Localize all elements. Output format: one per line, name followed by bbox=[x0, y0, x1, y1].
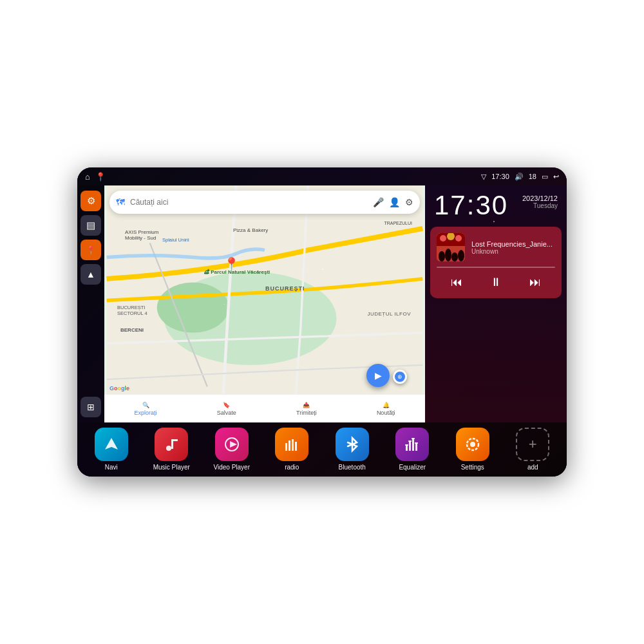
video-player-label: Video Player bbox=[213, 464, 250, 471]
album-art-svg bbox=[437, 233, 465, 261]
radio-icon bbox=[275, 428, 308, 461]
battery-icon: ▭ bbox=[542, 173, 548, 181]
explore-label: Explorați bbox=[135, 410, 157, 416]
svg-point-2 bbox=[157, 283, 229, 333]
map-label-trap: TRAPEZULUI bbox=[384, 221, 412, 225]
map-nav-news[interactable]: 🔔 Noutăți bbox=[377, 402, 395, 416]
map-label-ilfov: JUDEȚUL ILFOV bbox=[367, 311, 411, 317]
screen: ⌂ 📍 ▽ 17:30 🔊 18 ▭ ↩ ⚙ ▤ bbox=[77, 167, 567, 477]
add-label: add bbox=[527, 464, 538, 471]
clock-widget: 17:30 2023/12/12 Tuesday bbox=[425, 185, 567, 224]
svg-rect-24 bbox=[412, 439, 414, 451]
svg-point-8 bbox=[458, 250, 464, 261]
svg-rect-26 bbox=[405, 444, 408, 446]
app-add[interactable]: + add bbox=[511, 428, 554, 471]
map-label-pizza: Pizza & Bakery bbox=[233, 227, 268, 233]
music-title: Lost Frequencies_Janie... bbox=[471, 240, 555, 248]
volume-icon: 🔊 bbox=[515, 173, 524, 181]
explore-icon: 🔍 bbox=[142, 402, 149, 408]
back-icon[interactable]: ↩ bbox=[553, 173, 559, 181]
apps-sidebar-btn[interactable]: ⊞ bbox=[80, 397, 101, 417]
add-icon: + bbox=[516, 428, 549, 461]
start-nav-btn[interactable]: ▶ bbox=[366, 364, 390, 387]
right-panel: 17:30 2023/12/12 Tuesday bbox=[425, 185, 567, 422]
settings-icon-svg bbox=[464, 435, 482, 453]
app-video-player[interactable]: Video Player bbox=[210, 428, 254, 471]
svg-point-30 bbox=[470, 442, 475, 447]
svg-point-6 bbox=[445, 249, 451, 261]
music-icon-svg bbox=[162, 435, 180, 453]
svg-rect-21 bbox=[295, 442, 297, 451]
equalizer-label: Equalizer bbox=[399, 464, 426, 471]
maps-sidebar-btn[interactable]: 📍 bbox=[80, 240, 101, 260]
map-nav-share[interactable]: 📤 Trimiteți bbox=[296, 402, 317, 416]
next-button[interactable]: ⏭ bbox=[524, 273, 546, 292]
svg-rect-29 bbox=[415, 442, 418, 444]
my-location-btn[interactable]: ⊕ bbox=[393, 370, 407, 384]
music-details: Lost Frequencies_Janie... Unknown bbox=[471, 240, 555, 255]
files-sidebar-btn[interactable]: ▤ bbox=[80, 215, 101, 236]
google-maps-icon: 🗺 bbox=[116, 197, 125, 207]
navigate-sidebar-btn[interactable]: ▲ bbox=[80, 264, 101, 285]
map-container[interactable]: AXIS PremiumMobility - Sud Pizza & Baker… bbox=[104, 185, 425, 422]
map-nav-explore[interactable]: 🔍 Explorați bbox=[135, 402, 157, 416]
map-search-bar[interactable]: 🗺 🎤 👤 ⚙ bbox=[109, 191, 420, 214]
music-player-label: Music Player bbox=[153, 464, 190, 471]
wifi-icon: ▽ bbox=[481, 173, 486, 181]
status-time: 17:30 bbox=[491, 173, 509, 180]
center-map-area: AXIS PremiumMobility - Sud Pizza & Baker… bbox=[104, 185, 425, 422]
menu-icon[interactable]: ⚙ bbox=[405, 197, 413, 207]
settings-icon: ⚙ bbox=[87, 195, 95, 207]
music-info: Lost Frequencies_Janie... Unknown bbox=[437, 233, 555, 261]
app-music-player[interactable]: Music Player bbox=[149, 428, 193, 471]
music-progress-bar[interactable] bbox=[437, 267, 555, 268]
svg-rect-15 bbox=[171, 439, 178, 441]
files-icon: ▤ bbox=[86, 220, 95, 231]
app-radio[interactable]: radio bbox=[270, 428, 314, 471]
battery-level: 18 bbox=[529, 173, 536, 180]
map-label-buc: BUCUREȘTI bbox=[265, 285, 305, 292]
google-logo: Google bbox=[109, 385, 129, 392]
clock-time: 17:30 bbox=[434, 192, 508, 219]
status-right-icons: ▽ 17:30 🔊 18 ▭ ↩ bbox=[481, 173, 559, 181]
music-player-icon bbox=[155, 428, 188, 461]
left-sidebar: ⚙ ▤ 📍 ▲ ⊞ bbox=[77, 185, 104, 422]
pause-button[interactable]: ⏸ bbox=[485, 273, 507, 292]
music-widget: Lost Frequencies_Janie... Unknown ⏮ ⏸ ⏭ bbox=[430, 227, 562, 298]
eq-icon-svg bbox=[403, 435, 421, 453]
main-content: ⚙ ▤ 📍 ▲ ⊞ bbox=[77, 185, 567, 422]
news-icon: 🔔 bbox=[383, 402, 390, 408]
prev-button[interactable]: ⏮ bbox=[446, 273, 468, 292]
maps-status-icon[interactable]: 📍 bbox=[95, 172, 106, 182]
svg-rect-20 bbox=[292, 439, 294, 451]
bluetooth-icon bbox=[336, 428, 369, 461]
map-nav-saved[interactable]: 🔖 Salvate bbox=[217, 402, 236, 416]
news-label: Noutăți bbox=[377, 410, 395, 416]
voice-search-icon[interactable]: 🎤 bbox=[373, 197, 384, 207]
clock-date-block: 2023/12/12 Tuesday bbox=[522, 192, 558, 209]
radio-label: radio bbox=[285, 464, 299, 471]
svg-rect-28 bbox=[412, 438, 415, 439]
app-bluetooth[interactable]: Bluetooth bbox=[330, 428, 374, 471]
svg-rect-18 bbox=[285, 443, 287, 451]
equalizer-icon bbox=[395, 428, 429, 461]
navi-label: Navi bbox=[105, 464, 118, 471]
map-bottom-nav: 🔍 Explorați 🔖 Salvate 📤 Trimiteți � bbox=[104, 394, 425, 422]
settings-icon-app bbox=[456, 428, 489, 461]
map-search-input[interactable] bbox=[130, 198, 368, 207]
app-grid-container: Navi Music Player bbox=[77, 422, 567, 477]
app-equalizer[interactable]: Equalizer bbox=[390, 428, 434, 471]
app-settings[interactable]: Settings bbox=[451, 428, 495, 471]
maps-icon: 📍 bbox=[86, 245, 96, 255]
map-label-berceni: BERCENI bbox=[120, 327, 144, 333]
app-navi[interactable]: Navi bbox=[90, 428, 133, 471]
svg-point-5 bbox=[439, 251, 445, 261]
home-icon[interactable]: ⌂ bbox=[85, 172, 90, 182]
account-icon[interactable]: 👤 bbox=[389, 197, 400, 207]
navi-icon bbox=[95, 428, 128, 461]
share-label: Trimiteți bbox=[296, 410, 317, 416]
music-album-art bbox=[437, 233, 465, 261]
svg-rect-22 bbox=[406, 446, 408, 451]
settings-sidebar-btn[interactable]: ⚙ bbox=[80, 191, 101, 211]
music-artist: Unknown bbox=[471, 248, 555, 255]
